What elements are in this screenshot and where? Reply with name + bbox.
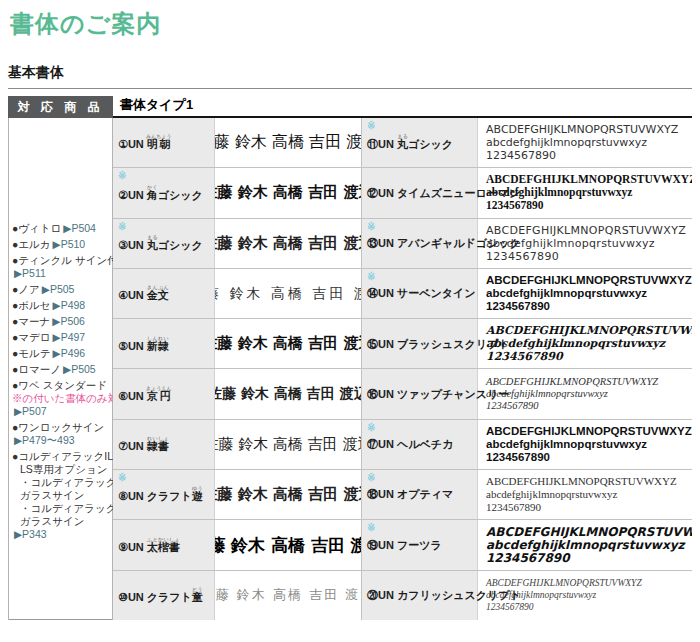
font-label-cell: ⑥UN 京円きょうえん	[113, 369, 215, 418]
font-label-cell: ⑨UN 太楷書ふとかいしょ	[113, 520, 215, 569]
products-sidebar: ●ヴィトロ▶P504 ●エルカ▶P510 ●ティンクル サイン付 ▶P511 ●…	[8, 118, 113, 620]
star-legend-note: ※の付いた書体のみ対応	[12, 392, 109, 405]
font-name: ③UN 丸まるゴシック	[118, 235, 214, 252]
font-label-cell: ※⑧UN クラフト遊ゆう	[113, 470, 215, 519]
font-sample-ja: 佐藤 鈴木 高橋 吉田 渡辺	[215, 219, 362, 268]
page-link: ▶P343	[14, 528, 47, 540]
font-sample-latin: ABCDEFGHIJKLMNOPQRSTUVWXYZabcdefghijklmn…	[478, 420, 692, 469]
font-name: ④UN 金文きんぶん	[118, 285, 214, 302]
font-label-cell: ※⑱UN オプティマ	[362, 470, 478, 519]
font-label-cell: ①UN 明朝みんちょう	[113, 118, 215, 167]
page-link: ▶P504	[63, 222, 96, 234]
star-mark: ※	[367, 423, 375, 433]
page-link: ▶P496	[53, 347, 86, 359]
page-link: ▶P497	[53, 331, 86, 343]
font-label-cell: ⑫UN タイムズニューローマン	[362, 168, 478, 217]
font-name: ⑮UN ブラッシュスクリプト	[367, 338, 477, 351]
page-link: ▶P507	[14, 405, 47, 417]
page-link: ▶P505	[63, 363, 96, 375]
product-item: ●マデロ▶P497	[12, 331, 109, 344]
product-item: ●ロマーノ▶P505	[12, 363, 109, 376]
font-rows: ①UN 明朝みんちょう 佐藤 鈴木 高橋 吉田 渡辺 ※⑪UN 丸まるゴシック …	[113, 118, 692, 620]
font-sample-latin: ABCDEFGHIJKLMNOPQRSTUVWXYZabcdefghijklmn…	[478, 269, 692, 318]
table-row: ①UN 明朝みんちょう 佐藤 鈴木 高橋 吉田 渡辺 ※⑪UN 丸まるゴシック …	[113, 118, 692, 168]
font-name: ⑲UN フーツラ	[367, 539, 477, 552]
page-title: 書体のご案内	[10, 8, 161, 40]
font-sample-ja: 佐藤 鈴木 高橋 吉田 渡辺	[215, 470, 362, 519]
font-name: ⑭UN サーベンタイン	[367, 287, 477, 300]
document-page: 書体のご案内 基本書体 対 応 商 品 書体タイプ1 ●ヴィトロ▶P504 ●エ…	[0, 0, 700, 642]
font-sample-ja: 佐藤 鈴木 高橋 吉田 渡辺	[215, 571, 362, 620]
font-label-cell: ※⑪UN 丸まるゴシック	[362, 118, 478, 167]
font-name: ①UN 明朝みんちょう	[118, 134, 214, 151]
font-name: ②UN 角かくゴシック	[118, 185, 214, 202]
product-item: LS専用オプション	[12, 463, 109, 476]
font-name: ⑤UN 新隷しんれい	[118, 336, 214, 353]
table-row: ⑩UN クラフト童どう 佐藤 鈴木 高橋 吉田 渡辺 ⑳UN カフリッシュスクリ…	[113, 571, 692, 620]
star-mark: ※	[367, 222, 375, 232]
product-item: ガラスサイン	[12, 489, 109, 502]
table-row: ⑦UN 隷書れいしょ 佐藤 鈴木 高橋 吉田 渡辺 ※⑰UN ヘルベチカ ABC…	[113, 420, 692, 470]
font-name: ⑬UN アバンギャルドゴシック	[367, 237, 477, 250]
font-label-cell: ⑳UN カフリッシュスクリプト	[362, 571, 478, 620]
star-mark: ※	[367, 121, 375, 131]
product-item: ・コルディアラックILS	[12, 476, 109, 489]
product-item: ガラスサイン	[12, 515, 109, 528]
font-label-cell: ※②UN 角かくゴシック	[113, 168, 215, 217]
product-item: ▶P507	[12, 405, 109, 418]
font-sample-ja: 佐藤 鈴木 高橋 吉田 渡辺	[215, 420, 362, 469]
product-item: ●ティンクル サイン付	[12, 254, 109, 267]
font-name: ⑰UN ヘルベチカ	[367, 438, 477, 451]
font-name: ⑳UN カフリッシュスクリプト	[367, 589, 477, 602]
page-link: ▶P505	[42, 283, 75, 295]
product-item: ●マーナ▶P506	[12, 315, 109, 328]
table-row: ⑨UN 太楷書ふとかいしょ 佐藤 鈴木 高橋 吉田 渡辺 ※⑲UN フーツラ A…	[113, 520, 692, 570]
font-sample-latin: ABCDEFGHIJKLMNOPQRSTUVWXYZabcdefghijklmn…	[478, 520, 692, 569]
page-link: ▶P506	[52, 315, 85, 327]
font-label-cell: ※⑲UN フーツラ	[362, 520, 478, 569]
font-type-header: 書体タイプ1	[120, 96, 193, 115]
font-label-cell: ※⑭UN サーベンタイン	[362, 269, 478, 318]
font-sample-latin: ABCDEFGHIJKLMNOPQRSTUVWXYZabcdefghijklmn…	[478, 118, 692, 167]
page-link: ▶P510	[53, 238, 86, 250]
product-item: ●ワベ スタンダード	[12, 379, 109, 392]
table-header: 対 応 商 品 書体タイプ1	[8, 96, 692, 118]
font-sample-latin: ABCDEFGHIJKLMNOPQRSTUVWXYZabcdefghijklmn…	[478, 470, 692, 519]
product-item: ・コルディアラックLS	[12, 502, 109, 515]
font-label-cell: ※⑰UN ヘルベチカ	[362, 420, 478, 469]
star-mark: ※	[118, 171, 126, 181]
table-row: ※②UN 角かくゴシック 佐藤 鈴木 高橋 吉田 渡辺 ⑫UN タイムズニューロ…	[113, 168, 692, 218]
product-item: ●ワンロックサイン	[12, 421, 109, 434]
font-sample-ja: 佐藤 鈴木 高橋 吉田 渡辺	[215, 118, 362, 167]
font-name: ⑱UN オプティマ	[367, 488, 477, 501]
font-sample-ja: 佐藤 鈴木 高橋 吉田 渡辺	[215, 269, 362, 318]
product-item: ▶P343	[12, 528, 109, 541]
font-name: ⑫UN タイムズニューローマン	[367, 187, 477, 200]
table-row: ⑥UN 京円きょうえん 佐藤 鈴木 高橋 吉田 渡辺 ⑯UN ツァップチャンスリ…	[113, 369, 692, 419]
font-name: ⑩UN クラフト童どう	[118, 587, 214, 604]
font-label-cell: ⑩UN クラフト童どう	[113, 571, 215, 620]
section-title: 基本書体	[8, 64, 692, 89]
product-item: ●コルディアラックILS、	[12, 450, 109, 463]
font-sample-latin: ABCDEFGHIJKLMNOPQRSTUVWXYZabcdefghijklmn…	[478, 319, 692, 368]
page-link: ▶P511	[14, 267, 46, 279]
font-label-cell: ⑤UN 新隷しんれい	[113, 319, 215, 368]
font-name: ⑯UN ツァップチャンスリー	[367, 388, 477, 401]
font-label-cell: ※⑬UN アバンギャルドゴシック	[362, 219, 478, 268]
font-name: ⑦UN 隷書れいしょ	[118, 436, 214, 453]
font-sample-ja: 佐藤 鈴木 高橋 吉田 渡辺	[215, 319, 362, 368]
font-label-cell: ※③UN 丸まるゴシック	[113, 219, 215, 268]
table-row: ④UN 金文きんぶん 佐藤 鈴木 高橋 吉田 渡辺 ※⑭UN サーベンタイン A…	[113, 269, 692, 319]
font-sample-ja: 佐藤 鈴木 高橋 吉田 渡辺	[215, 369, 362, 418]
font-name: ⑧UN クラフト遊ゆう	[118, 486, 214, 503]
product-item: ▶P511	[12, 267, 109, 280]
supported-products-header: 対 応 商 品	[8, 96, 113, 118]
product-item: ●ノア▶P505	[12, 283, 109, 296]
star-mark: ※	[118, 222, 126, 232]
font-label-cell: ⑦UN 隷書れいしょ	[113, 420, 215, 469]
star-mark: ※	[367, 272, 375, 282]
font-label-cell: ④UN 金文きんぶん	[113, 269, 215, 318]
font-sample-ja: 佐藤 鈴木 高橋 吉田 渡辺	[215, 520, 362, 569]
font-sample-latin: ABCDEFGHIJKLMNOPQRSTUVWXYZabcdefghijklmn…	[478, 369, 692, 418]
font-label-cell: ⑮UN ブラッシュスクリプト	[362, 319, 478, 368]
